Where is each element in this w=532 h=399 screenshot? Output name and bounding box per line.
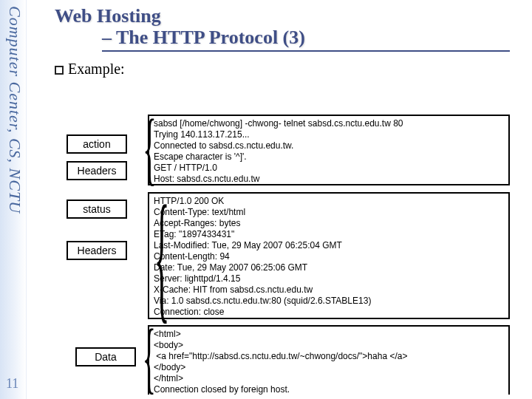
bullet-icon (55, 66, 64, 75)
label-headers-response: Headers (66, 241, 127, 260)
slide-title: Web Hosting – The HTTP Protocol (3) (55, 6, 528, 52)
code-box-request: sabsd [/home/chwong] -chwong- telnet sab… (148, 115, 510, 185)
slide-content: Web Hosting – The HTTP Protocol (3) Exam… (55, 6, 528, 78)
code-box-response: HTTP/1.0 200 OK Content-Type: text/html … (148, 192, 510, 319)
title-line2: – The HTTP Protocol (3) (102, 27, 510, 52)
code-box-body: <html> <body> <a href="http://sabsd.cs.n… (148, 325, 510, 395)
sidebar: Computer Center, CS, NCTU (0, 0, 27, 399)
sidebar-label: Computer Center, CS, NCTU (5, 6, 24, 214)
page-number: 11 (6, 376, 18, 392)
title-line1: Web Hosting (55, 5, 161, 27)
example-heading: Example: (55, 61, 528, 78)
example-label: Example: (68, 61, 125, 77)
brace-icon: { (154, 191, 170, 319)
label-data: Data (75, 347, 136, 366)
label-status: status (66, 200, 127, 219)
label-headers-request: Headers (66, 161, 127, 180)
label-action: action (66, 134, 127, 154)
brace-icon: { (143, 322, 156, 393)
